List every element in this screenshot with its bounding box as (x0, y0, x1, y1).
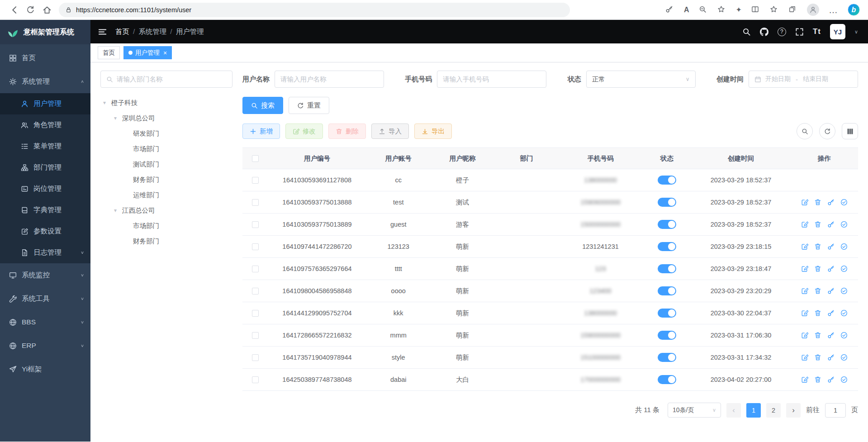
tree-node[interactable]: 测试部门 (100, 157, 232, 172)
breadcrumb-link[interactable]: 用户管理 (176, 27, 204, 37)
address-bar[interactable]: https://ccnetcore.com:1101/system/user (59, 3, 570, 17)
trash-icon[interactable] (814, 221, 821, 228)
more-options-icon[interactable]: … (829, 5, 838, 14)
trash-icon[interactable] (814, 243, 821, 250)
tree-node[interactable]: 研发部门 (100, 126, 232, 141)
edit-icon[interactable] (801, 376, 808, 383)
password-key-icon[interactable] (665, 5, 674, 14)
page-size-select[interactable]: 10条/页 ∨ (668, 403, 721, 418)
tree-expand-icon[interactable]: ▾ (114, 207, 122, 214)
assign-role-check-icon[interactable] (840, 243, 848, 250)
breadcrumb-link[interactable]: 首页 (115, 27, 129, 37)
header-search-icon[interactable] (742, 28, 751, 36)
split-screen-icon[interactable] (751, 5, 760, 14)
row-checkbox[interactable] (252, 354, 259, 361)
import-button[interactable]: 导入 (371, 124, 409, 139)
home-icon[interactable] (43, 5, 52, 14)
row-checkbox[interactable] (252, 266, 259, 272)
row-checkbox[interactable] (252, 376, 259, 383)
trash-icon[interactable] (814, 332, 821, 339)
tag-close-icon[interactable]: × (163, 49, 167, 57)
copilot-bing-icon[interactable]: b (848, 4, 860, 16)
edit-icon[interactable] (801, 287, 808, 295)
sidebar-item[interactable]: ERP ∨ (0, 334, 90, 357)
tree-expand-icon[interactable]: ▾ (103, 100, 111, 106)
help-icon[interactable]: ? (778, 28, 786, 36)
status-toggle[interactable] (658, 375, 676, 384)
sidebar-item[interactable]: 角色管理 (0, 114, 90, 136)
phone-input[interactable] (443, 76, 541, 83)
next-page-button[interactable]: › (786, 403, 801, 418)
tree-expand-icon[interactable]: ▾ (114, 115, 122, 121)
collections-icon[interactable] (788, 5, 797, 14)
user-avatar[interactable]: YJ (830, 24, 845, 39)
reload-icon[interactable] (26, 5, 35, 14)
tree-node[interactable]: 市场部门 (100, 218, 232, 233)
assign-role-check-icon[interactable] (840, 354, 848, 361)
add-button[interactable]: 新增 (242, 124, 280, 139)
row-checkbox[interactable] (252, 310, 259, 317)
reset-password-key-icon[interactable] (827, 243, 835, 250)
prev-page-button[interactable]: ‹ (726, 403, 741, 418)
sidebar-item[interactable]: BBS ∨ (0, 310, 90, 334)
trash-icon[interactable] (814, 265, 821, 272)
edit-icon[interactable] (801, 199, 808, 206)
sidebar-item[interactable]: 日志管理 ∨ (0, 242, 90, 263)
tree-node[interactable]: 财务部门 (100, 172, 232, 187)
status-toggle[interactable] (658, 220, 676, 229)
status-toggle[interactable] (658, 286, 676, 295)
tag[interactable]: 用户管理 × (123, 46, 172, 59)
status-toggle[interactable] (658, 176, 676, 185)
row-checkbox[interactable] (252, 221, 259, 228)
read-aloud-icon[interactable]: A (684, 6, 689, 14)
sidebar-item[interactable]: 菜单管理 (0, 136, 90, 157)
sidebar-item[interactable]: 字典管理 (0, 200, 90, 221)
tree-node[interactable]: ▾ 深圳总公司 (100, 110, 232, 126)
row-checkbox[interactable] (252, 243, 259, 250)
edit-icon[interactable] (801, 354, 808, 361)
trash-icon[interactable] (814, 199, 821, 206)
tag[interactable]: 首页 × (98, 46, 120, 59)
edit-icon[interactable] (801, 332, 808, 339)
delete-button[interactable]: 删除 (328, 124, 366, 139)
trash-icon[interactable] (814, 287, 821, 295)
tree-node[interactable]: ▾ 江西总公司 (100, 203, 232, 218)
columns-toggle-button[interactable] (842, 123, 858, 139)
export-button[interactable]: 导出 (414, 124, 452, 139)
goto-page-input[interactable] (825, 403, 846, 418)
tree-node[interactable]: 运维部门 (100, 187, 232, 203)
edit-icon[interactable] (801, 243, 808, 250)
assign-role-check-icon[interactable] (840, 332, 848, 339)
toggle-search-button[interactable] (797, 123, 813, 139)
status-toggle[interactable] (658, 242, 676, 251)
status-toggle[interactable] (658, 264, 676, 273)
sidebar-item[interactable]: 用户管理 (0, 93, 90, 114)
refresh-table-button[interactable] (819, 123, 835, 139)
browser-essentials-icon[interactable]: ✦ (736, 6, 742, 14)
trash-icon[interactable] (814, 309, 821, 317)
sidebar-item[interactable]: 系统工具 ∨ (0, 287, 90, 310)
reset-password-key-icon[interactable] (827, 354, 835, 361)
row-checkbox[interactable] (252, 177, 259, 184)
sidebar-item[interactable]: Yi框架 (0, 357, 90, 381)
row-checkbox[interactable] (252, 332, 259, 339)
search-button[interactable]: 搜索 (242, 97, 283, 114)
assign-role-check-icon[interactable] (840, 309, 848, 317)
menu-toggle-icon[interactable] (98, 27, 107, 37)
reset-password-key-icon[interactable] (827, 376, 835, 383)
avatar-caret-icon[interactable]: ∨ (854, 29, 858, 35)
sidebar-item[interactable]: 岗位管理 (0, 178, 90, 200)
edit-icon[interactable] (801, 265, 808, 272)
status-toggle[interactable] (658, 198, 676, 207)
sidebar-item[interactable]: 参数设置 (0, 221, 90, 242)
edit-icon[interactable] (801, 221, 808, 228)
favorites-bar-icon[interactable] (770, 5, 779, 14)
status-toggle[interactable] (658, 309, 676, 318)
tree-node[interactable]: 财务部门 (100, 233, 232, 249)
assign-role-check-icon[interactable] (840, 221, 848, 228)
reset-password-key-icon[interactable] (827, 332, 835, 339)
sidebar-item[interactable]: 系统监控 ∨ (0, 263, 90, 287)
tree-node[interactable]: ▾ 橙子科技 (100, 95, 232, 110)
reset-password-key-icon[interactable] (827, 199, 835, 206)
trash-icon[interactable] (814, 354, 821, 361)
